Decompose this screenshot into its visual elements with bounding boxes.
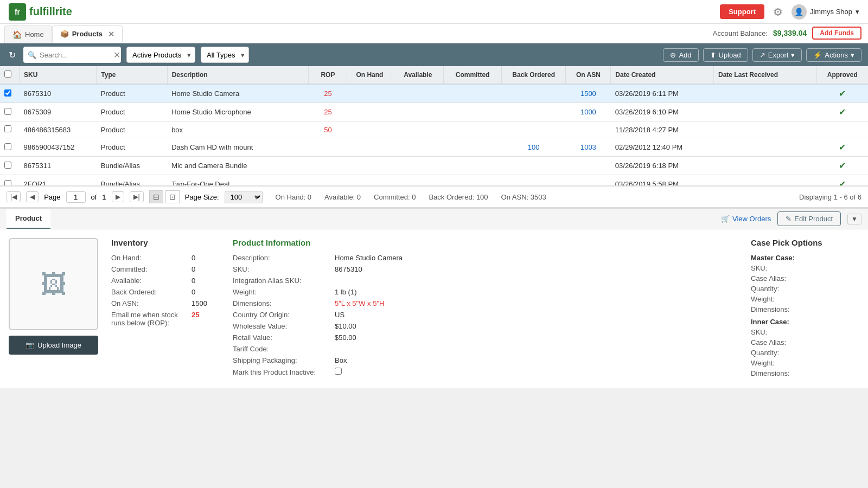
add-funds-button[interactable]: Add Funds — [812, 27, 861, 40]
master-alias-label: Case Alias: — [751, 274, 794, 282]
inv-committed-value: 0 — [192, 265, 195, 273]
table-row[interactable]: 8675309 Product Home Studio Microphone 2… — [0, 103, 868, 121]
row-checkbox-cell — [0, 84, 20, 103]
header-type[interactable]: Type — [97, 66, 167, 84]
info-shipping-row: Shipping Packaging: Box — [233, 356, 738, 364]
header-sku[interactable]: SKU — [20, 66, 97, 84]
all-types-dropdown-wrapper[interactable]: All Types — [201, 47, 249, 63]
logo-text: fulfillrite — [29, 5, 72, 18]
info-sku-row: SKU: 8675310 — [233, 265, 738, 273]
camera-icon: 📷 — [25, 341, 34, 349]
toolbar-right: ⊕ Add ⬆ Upload ↗ Export ▾ ⚡ Actions ▾ — [663, 48, 861, 62]
row-sku: 8675310 — [20, 84, 97, 103]
inv-asn-row: On ASN: 1500 — [111, 299, 220, 307]
table-row[interactable]: 8675311 Bundle/Alias Mic and Camera Bund… — [0, 157, 868, 175]
header-date-last-received[interactable]: Date Last Received — [713, 66, 816, 84]
detail-expand-button[interactable]: ▼ — [847, 214, 861, 224]
view-toggle: ⊟ ⊡ — [149, 190, 180, 203]
page-size-dropdown[interactable]: 100 — [225, 191, 263, 203]
support-button[interactable]: Support — [720, 4, 764, 19]
row-onhand — [347, 175, 392, 186]
header-rop[interactable]: ROP — [309, 66, 347, 84]
active-products-dropdown[interactable]: Active Products — [126, 47, 195, 63]
row-committed — [444, 84, 502, 103]
page-input[interactable] — [66, 191, 86, 203]
row-checkbox[interactable] — [4, 180, 11, 186]
row-asn — [566, 175, 611, 186]
detail-tab-product[interactable]: Product — [7, 209, 50, 229]
info-tariff-label: Tariff Code: — [233, 345, 330, 353]
approved-icon: ✔ — [839, 143, 846, 152]
upload-button[interactable]: ⬆ Upload — [703, 48, 748, 62]
row-checkbox[interactable] — [4, 89, 11, 97]
row-date-created: 03/26/2019 5:58 PM — [611, 175, 714, 186]
header-committed[interactable]: Committed — [444, 66, 502, 84]
add-button[interactable]: ⊕ Add — [663, 48, 698, 62]
user-avatar: 👤 — [792, 4, 807, 20]
asn-link[interactable]: 1003 — [580, 143, 596, 151]
asn-link[interactable]: 1500 — [580, 89, 596, 98]
row-asn — [566, 157, 611, 175]
gear-icon[interactable]: ⚙ — [773, 5, 783, 18]
inner-quantity-row: Quantity: — [751, 349, 859, 357]
refresh-button[interactable]: ↻ — [7, 48, 18, 62]
info-wholesale-label: Wholesale Value: — [233, 322, 330, 330]
search-clear-icon[interactable]: ✕ — [113, 50, 120, 60]
displaying-label: Displaying 1 - 6 of 6 — [799, 193, 861, 201]
select-all-checkbox[interactable] — [4, 70, 11, 78]
header-date-created[interactable]: Date Created — [611, 66, 714, 84]
upload-image-button[interactable]: 📷 Upload Image — [9, 336, 98, 355]
table-row[interactable]: 2FOR1 Bundle/Alias Two-For-One Deal 03/2… — [0, 175, 868, 186]
next-page-button[interactable]: ▶ — [112, 191, 124, 202]
inactive-checkbox[interactable] — [335, 368, 342, 375]
row-checkbox[interactable] — [4, 125, 11, 132]
header-available[interactable]: Available — [392, 66, 444, 84]
table-row[interactable]: 8675310 Product Home Studio Camera 25 15… — [0, 84, 868, 103]
pagination-bar: |◀ ◀ Page of 1 ▶ ▶| ⊟ ⊡ Page Size: 100 O… — [0, 185, 868, 208]
approved-icon: ✔ — [839, 89, 846, 98]
tab-bar: 🏠 Home 📦 Products ✕ Account Balance: $9,… — [0, 24, 868, 43]
active-products-dropdown-wrapper[interactable]: Active Products — [126, 47, 195, 63]
list-view-button[interactable]: ⊡ — [165, 190, 180, 203]
tab-close-icon[interactable]: ✕ — [108, 30, 114, 38]
grid-view-button[interactable]: ⊟ — [149, 190, 163, 203]
header-approved[interactable]: Approved — [816, 66, 868, 84]
all-types-dropdown[interactable]: All Types — [201, 47, 249, 63]
header-onhand[interactable]: On Hand — [347, 66, 392, 84]
actions-button[interactable]: ⚡ Actions ▾ — [806, 48, 861, 62]
search-input[interactable] — [40, 51, 110, 59]
row-checkbox[interactable] — [4, 162, 11, 169]
page-size-wrapper[interactable]: 100 — [225, 191, 263, 203]
row-approved: ✔ — [816, 103, 868, 121]
row-checkbox[interactable] — [4, 143, 11, 150]
export-button[interactable]: ↗ Export ▾ — [752, 48, 802, 62]
header-description[interactable]: Description — [167, 66, 309, 84]
prev-page-button[interactable]: ◀ — [26, 191, 39, 202]
tab-home[interactable]: 🏠 Home — [4, 25, 52, 43]
table-row[interactable]: 9865900437152 Product Dash Cam HD with m… — [0, 138, 868, 157]
inv-committed-row: Committed: 0 — [111, 265, 220, 273]
view-orders-button[interactable]: 🛒 View Orders — [721, 215, 771, 223]
header-backordered[interactable]: Back Ordered — [501, 66, 566, 84]
first-page-button[interactable]: |◀ — [7, 191, 21, 202]
edit-product-button[interactable]: ✎ Edit Product — [777, 211, 841, 226]
row-checkbox[interactable] — [4, 108, 11, 115]
asn-link[interactable]: 1000 — [580, 108, 596, 116]
master-quantity-label: Quantity: — [751, 285, 794, 293]
user-menu[interactable]: 👤 Jimmys Shop ▾ — [792, 4, 859, 20]
inv-rop-value: 25 — [192, 311, 199, 319]
product-image-box: 🖼 — [9, 238, 98, 330]
last-page-button[interactable]: ▶| — [130, 191, 144, 202]
row-checkbox-cell — [0, 138, 20, 157]
inner-sku-row: SKU: — [751, 328, 859, 336]
balance-label: Account Balance: — [713, 29, 768, 37]
product-image-area: 🖼 📷 Upload Image — [9, 238, 98, 380]
upload-icon: ⬆ — [710, 51, 716, 59]
header-checkbox[interactable] — [0, 66, 20, 84]
table-row[interactable]: 486486315683 Product box 50 11/28/2018 4… — [0, 121, 868, 138]
header-asn[interactable]: On ASN — [566, 66, 611, 84]
approved-icon: ✔ — [839, 179, 846, 185]
tab-products[interactable]: 📦 Products ✕ — [52, 25, 123, 43]
row-committed — [444, 103, 502, 121]
back-ordered-link[interactable]: 100 — [528, 143, 540, 151]
